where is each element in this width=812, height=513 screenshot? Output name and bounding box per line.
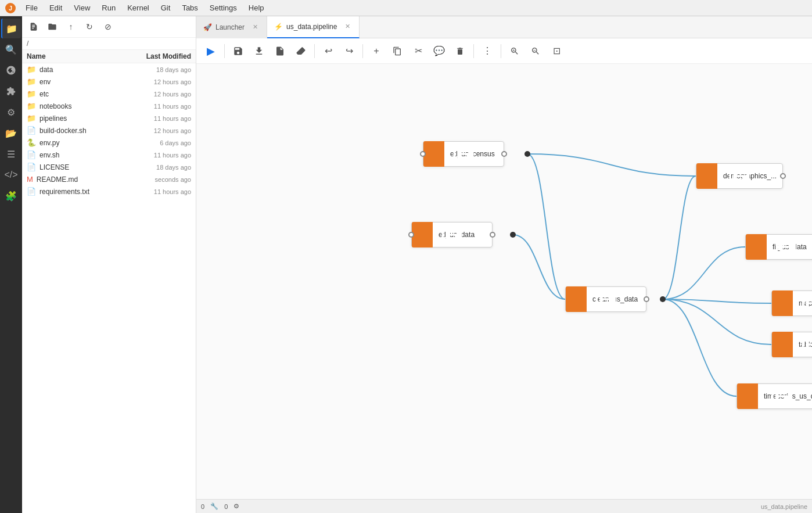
file-modified: 11 hours ago bbox=[127, 103, 191, 110]
node-tables-us-data[interactable]: tables_us_data bbox=[771, 332, 812, 357]
file-toolbar: ↑ ↻ ⊘ bbox=[22, 16, 196, 38]
cut-button[interactable]: ✂ bbox=[408, 41, 428, 61]
new-folder-button[interactable] bbox=[44, 19, 60, 35]
file-icon: 📁 bbox=[27, 65, 36, 74]
file-item[interactable]: 📁 data 18 days ago bbox=[22, 63, 196, 76]
menu-run[interactable]: Run bbox=[97, 2, 120, 13]
pipeline-toolbar: ▶ ↩ ↪ + ✂ 💬 bbox=[196, 38, 812, 64]
file-modified: 12 hours ago bbox=[127, 78, 191, 85]
file-modified: 11 hours ago bbox=[127, 115, 191, 122]
zoom-in-button[interactable] bbox=[505, 41, 524, 61]
node-clean-us-data-port-right[interactable] bbox=[644, 296, 649, 302]
file-item[interactable]: 📄 build-docker.sh 12 hours ago bbox=[22, 124, 196, 137]
file-name: build-docker.sh bbox=[39, 127, 127, 135]
add-button[interactable]: + bbox=[367, 41, 386, 61]
kernel-status: 0 bbox=[201, 503, 204, 510]
node-timeseries-icon bbox=[737, 383, 758, 409]
tab-launcher-close[interactable]: ✕ bbox=[250, 23, 260, 32]
file-name: env.sh bbox=[39, 151, 127, 159]
node-demographics-port-right[interactable] bbox=[780, 173, 786, 179]
sidebar-code-btn[interactable]: </> bbox=[1, 165, 21, 185]
file-icon: 📄 bbox=[27, 163, 36, 171]
node-timeseries[interactable]: timeseries_us_d... bbox=[736, 383, 812, 409]
menu-kernel[interactable]: Kernel bbox=[123, 2, 154, 13]
file-item[interactable]: 🐍 env.py 6 days ago bbox=[22, 137, 196, 149]
node-maps-us-data[interactable]: maps_us_data bbox=[771, 290, 812, 316]
sidebar-git-btn[interactable] bbox=[1, 60, 21, 80]
menu-git[interactable]: Git bbox=[156, 2, 175, 13]
node-tables-us-data-icon bbox=[772, 332, 793, 357]
pipeline-canvas[interactable]: etl_us_census etl_us_data demographics_.… bbox=[196, 64, 812, 499]
menu-view[interactable]: View bbox=[69, 2, 95, 13]
save-button[interactable] bbox=[228, 41, 248, 61]
file-modified: 18 days ago bbox=[127, 66, 191, 73]
sidebar-settings-btn[interactable]: ⚙ bbox=[1, 102, 21, 122]
node-etl-us-census-port-right[interactable] bbox=[501, 151, 507, 157]
divider-4 bbox=[473, 44, 474, 58]
redo-button[interactable]: ↪ bbox=[339, 41, 359, 61]
file-item[interactable]: 📁 pipelines 11 hours ago bbox=[22, 112, 196, 124]
file-modified: 18 days ago bbox=[127, 164, 191, 171]
menu-settings[interactable]: Settings bbox=[205, 2, 242, 13]
new-file-button[interactable] bbox=[26, 19, 42, 35]
menu-tabs[interactable]: Tabs bbox=[177, 2, 202, 13]
file-item[interactable]: 📁 notebooks 11 hours ago bbox=[22, 100, 196, 112]
upload-button[interactable]: ↑ bbox=[63, 19, 79, 35]
file-icon: 📄 bbox=[27, 150, 36, 159]
menu-edit[interactable]: Edit bbox=[45, 2, 67, 13]
run-button[interactable]: ▶ bbox=[201, 41, 221, 61]
file-item[interactable]: 📄 requirements.txt 11 hours ago bbox=[22, 185, 196, 198]
status-bar-left: 0 🔧 0 ⚙ bbox=[201, 503, 239, 510]
refresh-button[interactable]: ↻ bbox=[81, 19, 98, 35]
sidebar-list-btn[interactable]: ☰ bbox=[1, 144, 21, 164]
svg-text:J: J bbox=[9, 5, 12, 12]
new-node-button[interactable] bbox=[270, 41, 290, 61]
node-etl-us-data-port-left[interactable] bbox=[408, 232, 414, 238]
node-fit-us-data[interactable]: fit_us_data bbox=[745, 234, 812, 260]
node-etl-us-census[interactable]: etl_us_census bbox=[423, 141, 504, 167]
file-item[interactable]: 📁 etc 12 hours ago bbox=[22, 88, 196, 100]
file-modified: 11 hours ago bbox=[127, 188, 191, 195]
menu-help[interactable]: Help bbox=[244, 2, 269, 13]
svg-point-4 bbox=[660, 296, 666, 302]
file-item[interactable]: 📄 env.sh 11 hours ago bbox=[22, 149, 196, 161]
file-modified: 12 hours ago bbox=[127, 91, 191, 98]
column-name[interactable]: Name bbox=[27, 52, 127, 60]
fit-view-button[interactable]: ⊡ bbox=[547, 41, 566, 61]
node-demographics[interactable]: demographics_... bbox=[696, 163, 783, 189]
undo-button[interactable]: ↩ bbox=[318, 41, 338, 61]
file-item[interactable]: 📁 env 12 hours ago bbox=[22, 76, 196, 88]
tab-launcher[interactable]: 🚀 Launcher ✕ bbox=[196, 16, 267, 38]
sidebar-extensions-btn[interactable] bbox=[1, 81, 21, 101]
file-item[interactable]: 📄 LICENSE 18 days ago bbox=[22, 161, 196, 173]
export-button[interactable] bbox=[249, 41, 269, 61]
content-area: 🚀 Launcher ✕ ⚡ us_data.pipeline ✕ ▶ bbox=[196, 16, 812, 513]
tab-pipeline-close[interactable]: ✕ bbox=[343, 22, 352, 31]
node-maps-us-data-icon bbox=[772, 290, 793, 316]
divider-3 bbox=[362, 44, 363, 58]
comment-button[interactable]: 💬 bbox=[429, 41, 449, 61]
svg-point-3 bbox=[510, 232, 516, 238]
filter-button[interactable]: ⊘ bbox=[100, 19, 116, 35]
process-icon: 🔧 bbox=[210, 503, 218, 510]
file-icon: 📁 bbox=[27, 77, 36, 86]
delete-button[interactable] bbox=[450, 41, 470, 61]
tab-pipeline[interactable]: ⚡ us_data.pipeline ✕ bbox=[267, 16, 360, 38]
more-options-button[interactable]: ⋮ bbox=[477, 41, 497, 61]
node-etl-us-data[interactable]: etl_us_data bbox=[411, 222, 493, 247]
zoom-out-button[interactable] bbox=[526, 41, 545, 61]
sidebar-folder2-btn[interactable]: 📂 bbox=[1, 123, 21, 143]
sidebar-search-btn[interactable]: 🔍 bbox=[1, 40, 21, 59]
sidebar-puzzle-btn[interactable]: 🧩 bbox=[1, 186, 21, 206]
node-etl-us-data-port-right[interactable] bbox=[490, 232, 495, 238]
node-clean-us-data[interactable]: clean_us_data bbox=[565, 286, 646, 312]
file-item[interactable]: M README.md seconds ago bbox=[22, 173, 196, 185]
file-panel: ↑ ↻ ⊘ / Name Last Modified 📁 data 18 day… bbox=[22, 16, 196, 513]
erase-button[interactable] bbox=[291, 41, 311, 61]
file-name: pipelines bbox=[39, 114, 127, 123]
copy-button[interactable] bbox=[387, 41, 407, 61]
node-etl-us-census-port-left[interactable] bbox=[420, 151, 426, 157]
file-icon: 📁 bbox=[27, 102, 36, 110]
sidebar-files-btn[interactable]: 📁 bbox=[1, 19, 21, 38]
menu-file[interactable]: File bbox=[21, 2, 42, 13]
